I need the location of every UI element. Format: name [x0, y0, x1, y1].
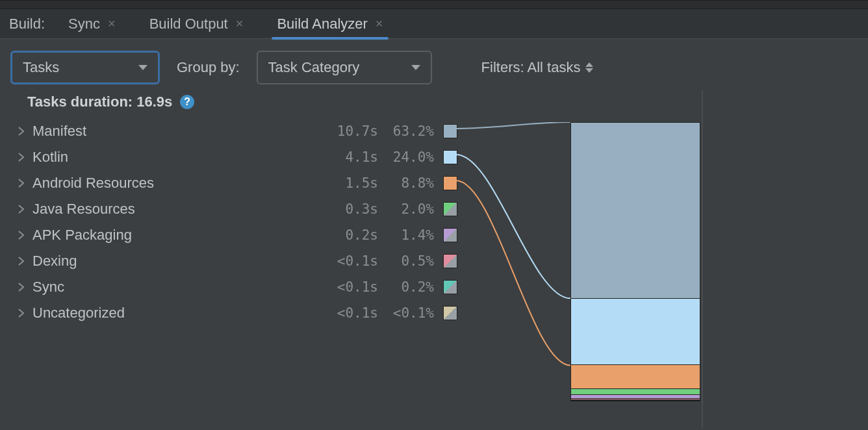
chevron-right-icon	[16, 309, 27, 318]
tasks-duration-title: Tasks duration: 16.9s ?	[16, 94, 702, 116]
category-duration: 0.3s	[326, 201, 378, 217]
tasks-panel: Tasks duration: 16.9s ? Manifest10.7s63.…	[0, 91, 703, 427]
help-icon[interactable]: ?	[180, 95, 194, 109]
tab-build-analyzer[interactable]: Build Analyzer ×	[272, 9, 388, 39]
color-swatch	[443, 228, 457, 242]
category-duration: 0.2s	[326, 227, 378, 243]
chevron-right-icon	[16, 283, 27, 292]
tab-sync[interactable]: Sync ×	[63, 9, 121, 39]
main-area: Tasks duration: 16.9s ? Manifest10.7s63.…	[0, 91, 868, 427]
sort-icon	[585, 62, 593, 73]
color-swatch	[443, 306, 457, 320]
tab-label: Build Analyzer	[277, 16, 367, 32]
view-dropdown[interactable]: Tasks	[10, 51, 160, 84]
category-percent: 1.4%	[382, 227, 434, 243]
category-duration: <0.1s	[326, 253, 378, 269]
controls-row: Tasks Group by: Task Category Filters: A…	[0, 39, 868, 91]
category-percent: <0.1%	[382, 305, 434, 321]
category-duration: <0.1s	[326, 279, 378, 295]
build-tabs-row: Build: Sync × Build Output × Build Analy…	[0, 9, 868, 39]
chevron-right-icon	[16, 153, 27, 162]
chevron-down-icon	[138, 65, 147, 70]
category-duration: 1.5s	[326, 175, 378, 191]
chevron-right-icon	[16, 127, 27, 136]
stack-segment	[571, 298, 700, 364]
details-panel	[703, 91, 868, 427]
close-icon[interactable]: ×	[376, 16, 383, 31]
color-swatch	[443, 254, 457, 268]
tab-build-output[interactable]: Build Output ×	[144, 9, 249, 39]
color-swatch	[443, 280, 457, 294]
title-value: 16.9s	[136, 94, 172, 110]
category-percent: 24.0%	[382, 149, 434, 165]
chevron-right-icon	[16, 205, 27, 214]
chevron-down-icon	[411, 65, 420, 70]
close-icon[interactable]: ×	[108, 16, 116, 31]
category-name: Dexing	[27, 253, 326, 270]
category-percent: 2.0%	[382, 201, 434, 217]
stack-segment	[571, 388, 700, 394]
category-name: Java Resources	[27, 201, 326, 218]
dropdown-value: Task Category	[268, 59, 360, 76]
category-name: Uncategorized	[27, 305, 326, 322]
color-swatch	[443, 150, 457, 164]
group-by-dropdown[interactable]: Task Category	[257, 51, 432, 84]
filters-label: Filters: All tasks	[481, 59, 581, 76]
build-label: Build:	[9, 16, 45, 32]
filters-control[interactable]: Filters: All tasks	[481, 59, 594, 76]
category-percent: 0.5%	[382, 253, 434, 269]
stack-segment	[571, 364, 700, 389]
chevron-right-icon	[16, 231, 27, 240]
category-duration: <0.1s	[326, 305, 378, 321]
tab-label: Sync	[68, 16, 100, 32]
chevron-right-icon	[16, 257, 27, 266]
category-name: Sync	[27, 279, 326, 296]
title-prefix: Tasks duration:	[27, 94, 133, 110]
group-by-label: Group by:	[177, 59, 240, 76]
category-name: Android Resources	[27, 175, 326, 192]
color-swatch	[443, 176, 457, 190]
dropdown-value: Tasks	[23, 59, 59, 76]
color-swatch	[443, 124, 457, 138]
category-duration: 10.7s	[326, 123, 378, 139]
category-duration: 4.1s	[326, 149, 378, 165]
stack-segment	[571, 123, 700, 298]
category-percent: 63.2%	[382, 123, 434, 139]
category-name: APK Packaging	[27, 227, 326, 244]
category-percent: 8.8%	[382, 175, 434, 191]
category-percent: 0.2%	[382, 279, 434, 295]
stack-segment	[571, 400, 700, 401]
ide-top-strip	[0, 0, 868, 9]
category-name: Manifest	[27, 123, 326, 140]
category-name: Kotlin	[27, 149, 326, 166]
stacked-bar-chart	[570, 122, 700, 401]
color-swatch	[443, 202, 457, 216]
tab-label: Build Output	[149, 16, 228, 32]
chevron-right-icon	[16, 179, 27, 188]
close-icon[interactable]: ×	[236, 16, 244, 31]
